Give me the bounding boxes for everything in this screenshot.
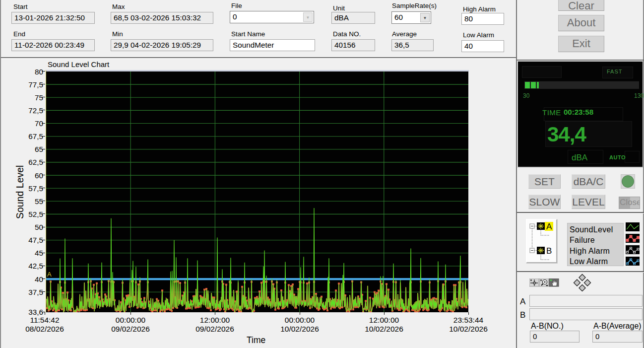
- svg-text:B: B: [546, 246, 552, 256]
- svg-text:A: A: [546, 222, 552, 231]
- svg-text:A: A: [47, 271, 52, 278]
